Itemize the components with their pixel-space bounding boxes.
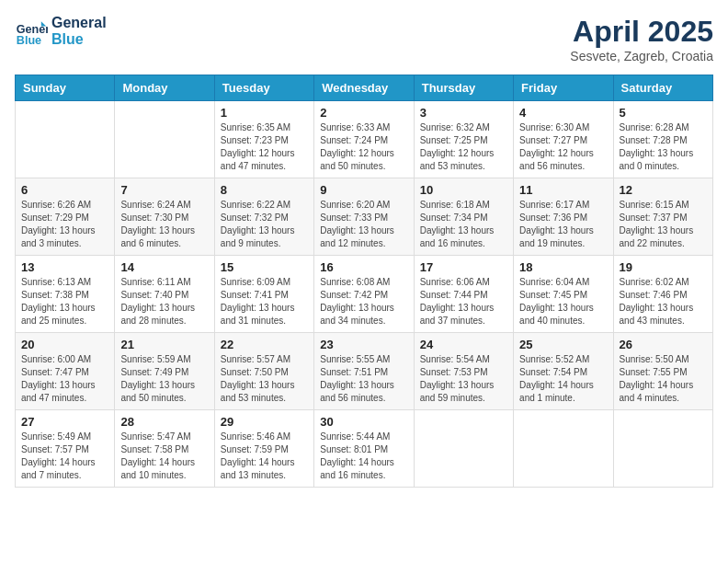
day-number: 9 — [320, 183, 407, 197]
day-info: Sunrise: 6:26 AM Sunset: 7:29 PM Dayligh… — [21, 199, 108, 250]
title-area: April 2025 Sesvete, Zagreb, Croatia — [570, 15, 713, 63]
calendar-table: SundayMondayTuesdayWednesdayThursdayFrid… — [15, 75, 713, 488]
calendar-cell: 1Sunrise: 6:35 AM Sunset: 7:23 PM Daylig… — [214, 101, 313, 178]
day-info: Sunrise: 6:35 AM Sunset: 7:23 PM Dayligh… — [221, 121, 308, 173]
calendar-cell — [115, 101, 214, 178]
logo-icon: General Blue — [15, 15, 48, 48]
day-number: 14 — [120, 260, 208, 274]
calendar-cell — [613, 410, 712, 488]
calendar-cell: 13Sunrise: 6:13 AM Sunset: 7:38 PM Dayli… — [16, 256, 115, 333]
day-number: 8 — [221, 183, 308, 197]
calendar-cell: 3Sunrise: 6:32 AM Sunset: 7:25 PM Daylig… — [414, 101, 513, 178]
day-number: 23 — [320, 338, 407, 351]
day-info: Sunrise: 6:02 AM Sunset: 7:46 PM Dayligh… — [620, 276, 707, 327]
day-info: Sunrise: 6:30 AM Sunset: 7:27 PM Dayligh… — [519, 121, 607, 173]
weekday-header-row: SundayMondayTuesdayWednesdayThursdayFrid… — [16, 75, 713, 101]
weekday-header-tuesday: Tuesday — [214, 75, 313, 101]
day-info: Sunrise: 5:59 AM Sunset: 7:49 PM Dayligh… — [120, 353, 208, 405]
day-info: Sunrise: 6:18 AM Sunset: 7:34 PM Dayligh… — [420, 199, 507, 250]
calendar-cell: 8Sunrise: 6:22 AM Sunset: 7:32 PM Daylig… — [214, 178, 313, 256]
day-number: 5 — [620, 106, 707, 120]
day-info: Sunrise: 6:06 AM Sunset: 7:44 PM Dayligh… — [420, 276, 507, 327]
calendar-cell: 14Sunrise: 6:11 AM Sunset: 7:40 PM Dayli… — [115, 256, 214, 333]
day-info: Sunrise: 6:33 AM Sunset: 7:24 PM Dayligh… — [320, 121, 407, 173]
day-number: 24 — [420, 338, 507, 351]
day-number: 3 — [420, 106, 507, 120]
weekday-header-wednesday: Wednesday — [314, 75, 414, 101]
day-number: 28 — [120, 415, 208, 429]
day-number: 17 — [420, 260, 507, 274]
calendar-cell: 11Sunrise: 6:17 AM Sunset: 7:36 PM Dayli… — [514, 178, 613, 256]
day-info: Sunrise: 6:15 AM Sunset: 7:37 PM Dayligh… — [620, 199, 707, 250]
calendar-cell: 29Sunrise: 5:46 AM Sunset: 7:59 PM Dayli… — [214, 410, 313, 488]
calendar-cell: 16Sunrise: 6:08 AM Sunset: 7:42 PM Dayli… — [314, 256, 414, 333]
day-number: 22 — [221, 338, 308, 351]
day-info: Sunrise: 5:54 AM Sunset: 7:53 PM Dayligh… — [420, 353, 507, 405]
day-number: 16 — [320, 260, 407, 274]
day-number: 13 — [21, 260, 108, 274]
day-info: Sunrise: 6:22 AM Sunset: 7:32 PM Dayligh… — [221, 199, 308, 250]
calendar-week-2: 6Sunrise: 6:26 AM Sunset: 7:29 PM Daylig… — [16, 178, 713, 256]
calendar-cell: 18Sunrise: 6:04 AM Sunset: 7:45 PM Dayli… — [514, 256, 613, 333]
day-info: Sunrise: 5:44 AM Sunset: 8:01 PM Dayligh… — [320, 431, 407, 482]
day-info: Sunrise: 6:00 AM Sunset: 7:47 PM Dayligh… — [21, 353, 108, 405]
calendar-cell — [16, 101, 115, 178]
day-info: Sunrise: 6:08 AM Sunset: 7:42 PM Dayligh… — [320, 276, 407, 327]
day-info: Sunrise: 6:24 AM Sunset: 7:30 PM Dayligh… — [120, 199, 208, 250]
location-subtitle: Sesvete, Zagreb, Croatia — [570, 49, 713, 63]
day-number: 20 — [21, 338, 108, 351]
calendar-cell: 2Sunrise: 6:33 AM Sunset: 7:24 PM Daylig… — [314, 101, 414, 178]
day-number: 10 — [420, 183, 507, 197]
calendar-cell — [414, 410, 513, 488]
day-info: Sunrise: 5:47 AM Sunset: 7:58 PM Dayligh… — [120, 431, 208, 482]
day-number: 21 — [120, 338, 208, 351]
logo-general: General — [51, 15, 107, 31]
weekday-header-monday: Monday — [115, 75, 214, 101]
calendar-cell: 9Sunrise: 6:20 AM Sunset: 7:33 PM Daylig… — [314, 178, 414, 256]
calendar-cell: 7Sunrise: 6:24 AM Sunset: 7:30 PM Daylig… — [115, 178, 214, 256]
calendar-cell: 12Sunrise: 6:15 AM Sunset: 7:37 PM Dayli… — [613, 178, 712, 256]
day-info: Sunrise: 5:52 AM Sunset: 7:54 PM Dayligh… — [519, 353, 607, 405]
day-number: 26 — [620, 338, 707, 351]
day-number: 1 — [221, 106, 308, 120]
logo: General Blue General Blue — [15, 15, 107, 48]
calendar-cell: 15Sunrise: 6:09 AM Sunset: 7:41 PM Dayli… — [214, 256, 313, 333]
calendar-week-4: 20Sunrise: 6:00 AM Sunset: 7:47 PM Dayli… — [16, 333, 713, 410]
weekday-header-friday: Friday — [514, 75, 613, 101]
calendar-cell: 25Sunrise: 5:52 AM Sunset: 7:54 PM Dayli… — [514, 333, 613, 410]
day-number: 25 — [519, 338, 607, 351]
weekday-header-saturday: Saturday — [613, 75, 712, 101]
day-number: 27 — [21, 415, 108, 429]
calendar-cell: 26Sunrise: 5:50 AM Sunset: 7:55 PM Dayli… — [613, 333, 712, 410]
day-number: 18 — [519, 260, 607, 274]
day-info: Sunrise: 6:17 AM Sunset: 7:36 PM Dayligh… — [519, 199, 607, 250]
day-info: Sunrise: 5:49 AM Sunset: 7:57 PM Dayligh… — [21, 431, 108, 482]
calendar-cell: 22Sunrise: 5:57 AM Sunset: 7:50 PM Dayli… — [214, 333, 313, 410]
day-number: 11 — [519, 183, 607, 197]
day-number: 30 — [320, 415, 407, 429]
day-number: 15 — [221, 260, 308, 274]
day-info: Sunrise: 5:50 AM Sunset: 7:55 PM Dayligh… — [620, 353, 707, 405]
calendar-cell: 17Sunrise: 6:06 AM Sunset: 7:44 PM Dayli… — [414, 256, 513, 333]
day-info: Sunrise: 6:13 AM Sunset: 7:38 PM Dayligh… — [21, 276, 108, 327]
day-info: Sunrise: 5:57 AM Sunset: 7:50 PM Dayligh… — [221, 353, 308, 405]
calendar-cell: 30Sunrise: 5:44 AM Sunset: 8:01 PM Dayli… — [314, 410, 414, 488]
day-number: 19 — [620, 260, 707, 274]
day-info: Sunrise: 6:11 AM Sunset: 7:40 PM Dayligh… — [120, 276, 208, 327]
day-number: 12 — [620, 183, 707, 197]
weekday-header-thursday: Thursday — [414, 75, 513, 101]
day-number: 4 — [519, 106, 607, 120]
calendar-cell: 21Sunrise: 5:59 AM Sunset: 7:49 PM Dayli… — [115, 333, 214, 410]
calendar-cell: 4Sunrise: 6:30 AM Sunset: 7:27 PM Daylig… — [514, 101, 613, 178]
day-number: 2 — [320, 106, 407, 120]
day-info: Sunrise: 6:32 AM Sunset: 7:25 PM Dayligh… — [420, 121, 507, 173]
day-number: 6 — [21, 183, 108, 197]
day-info: Sunrise: 6:20 AM Sunset: 7:33 PM Dayligh… — [320, 199, 407, 250]
calendar-cell: 10Sunrise: 6:18 AM Sunset: 7:34 PM Dayli… — [414, 178, 513, 256]
calendar-cell: 28Sunrise: 5:47 AM Sunset: 7:58 PM Dayli… — [115, 410, 214, 488]
calendar-week-3: 13Sunrise: 6:13 AM Sunset: 7:38 PM Dayli… — [16, 256, 713, 333]
weekday-header-sunday: Sunday — [16, 75, 115, 101]
day-info: Sunrise: 6:28 AM Sunset: 7:28 PM Dayligh… — [620, 121, 707, 173]
calendar-cell: 24Sunrise: 5:54 AM Sunset: 7:53 PM Dayli… — [414, 333, 513, 410]
day-number: 29 — [221, 415, 308, 429]
